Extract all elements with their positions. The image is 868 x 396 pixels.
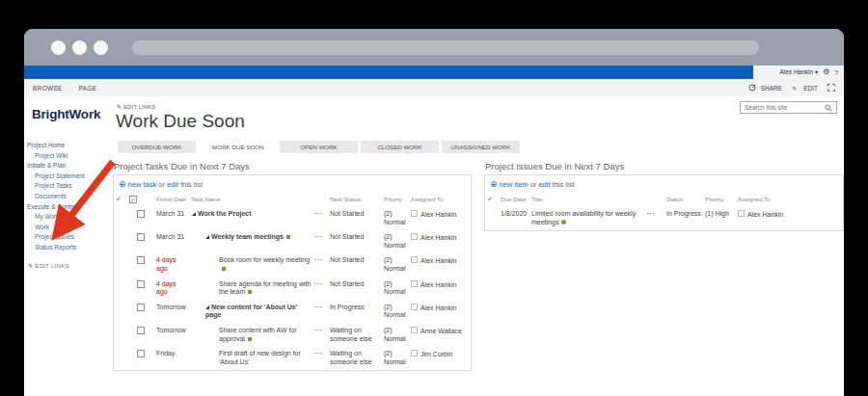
col-task-name[interactable]: Task Name bbox=[189, 196, 314, 203]
new-task-link[interactable]: new task bbox=[128, 180, 157, 189]
row-checkbox[interactable] bbox=[137, 304, 145, 311]
assigned-to-cell: Alex Hankin bbox=[409, 233, 471, 250]
sidebar-item-status-reports[interactable]: Status Reports bbox=[24, 243, 113, 253]
presence-indicator-icon bbox=[411, 256, 418, 263]
task-name-link[interactable]: First draft of new design for 'About Us' bbox=[189, 350, 314, 366]
user-menu[interactable]: Alex Hankin ▾ bbox=[779, 68, 818, 76]
row-select-cell bbox=[127, 304, 154, 320]
window-dot-icon[interactable] bbox=[72, 40, 87, 55]
task-priority: (2) Normal bbox=[382, 327, 409, 343]
sidebar-item-initiate-plan[interactable]: Initiate & Plan bbox=[24, 161, 113, 172]
row-spacer bbox=[114, 233, 127, 250]
assignee-name[interactable]: Jim Corbin bbox=[420, 351, 452, 357]
chevron-down-icon: ▾ bbox=[815, 68, 818, 75]
sidebar-item-project-wiki[interactable]: Project Wiki bbox=[24, 151, 113, 162]
col-task-status[interactable]: Task Status bbox=[328, 196, 382, 203]
col-title[interactable]: Title bbox=[529, 196, 647, 203]
task-name-link[interactable]: Work the Project bbox=[189, 210, 314, 226]
window-dot-icon[interactable] bbox=[51, 40, 66, 55]
issues-toolbar: ⊕new item or edit this list bbox=[485, 175, 843, 192]
row-checkbox[interactable] bbox=[137, 256, 145, 264]
sidebar-item-my-work[interactable]: My Work bbox=[24, 212, 113, 223]
row-checkbox[interactable] bbox=[137, 233, 145, 241]
item-menu-ellipsis-icon[interactable]: ··· bbox=[647, 210, 665, 226]
col-menu[interactable] bbox=[314, 196, 328, 203]
row-checkbox[interactable] bbox=[137, 327, 145, 334]
col-status[interactable]: Status bbox=[665, 196, 703, 203]
window-dot-icon[interactable] bbox=[94, 40, 108, 55]
row-spacer bbox=[485, 210, 499, 226]
gear-icon[interactable]: ⚙ bbox=[823, 68, 829, 76]
tab-open-work[interactable]: OPEN WORK bbox=[280, 141, 358, 153]
edit-button[interactable]: EDIT bbox=[803, 85, 818, 92]
assignee-name[interactable]: Alex Hankin bbox=[420, 281, 456, 288]
sidebar-item-project-issues[interactable]: Project Issues bbox=[24, 232, 113, 243]
task-priority: (2) Normal bbox=[382, 210, 409, 226]
col-menu[interactable] bbox=[647, 196, 665, 203]
edit-list-link[interactable]: edit bbox=[538, 180, 550, 189]
view-tabs: OVERDUE WORKWORK DUE SOONOPEN WORKCLOSED… bbox=[118, 141, 844, 153]
task-row: 4 days agoBook room for weekly meeting··… bbox=[114, 253, 471, 277]
task-name-link[interactable]: Share agenda for meeting with the team bbox=[189, 280, 314, 297]
pencil-icon: ✎ bbox=[792, 85, 797, 92]
item-menu-ellipsis-icon[interactable]: ··· bbox=[314, 327, 328, 343]
tab-work-due-soon[interactable]: WORK DUE SOON bbox=[199, 141, 277, 153]
sidebar-item-project-home[interactable]: Project Home bbox=[24, 141, 113, 151]
edit-list-link[interactable]: edit bbox=[167, 180, 178, 189]
tab-unassigned-work[interactable]: UNASSIGNED WORK bbox=[442, 141, 520, 153]
new-item-link[interactable]: new item bbox=[500, 180, 529, 189]
sidebar-item-project-statement[interactable]: Project Statement bbox=[24, 172, 113, 182]
assignee-name[interactable]: Alex Hankin bbox=[747, 211, 783, 218]
sidebar-item-documents[interactable]: Documents bbox=[24, 192, 113, 202]
focus-mode-icon[interactable] bbox=[827, 84, 835, 92]
col-due-date[interactable]: Due Date bbox=[499, 196, 529, 203]
col-assigned-to[interactable]: Assigned To bbox=[409, 196, 471, 203]
assigned-to-cell: Anne Wallace bbox=[409, 327, 471, 343]
presence-indicator-icon bbox=[738, 210, 745, 217]
item-menu-ellipsis-icon[interactable]: ··· bbox=[314, 210, 328, 226]
address-bar[interactable] bbox=[132, 40, 759, 55]
task-name-link[interactable]: New content for 'About Us' page bbox=[189, 304, 314, 320]
item-menu-ellipsis-icon[interactable]: ··· bbox=[314, 304, 328, 320]
item-menu-ellipsis-icon[interactable]: ··· bbox=[314, 233, 328, 250]
issue-title-link[interactable]: Limited room availability for weekly mee… bbox=[529, 210, 647, 226]
green-status-marker-icon bbox=[561, 220, 566, 224]
col-assigned-to[interactable]: Assigned To bbox=[736, 196, 843, 203]
item-menu-ellipsis-icon[interactable]: ··· bbox=[314, 350, 328, 366]
sidebar-item-work[interactable]: Work bbox=[24, 223, 113, 233]
item-menu-ellipsis-icon[interactable]: ··· bbox=[314, 256, 328, 273]
page-edit-links[interactable]: ✎EDIT LINKS bbox=[117, 103, 844, 110]
col-finish-date[interactable]: Finish Date bbox=[154, 196, 189, 203]
assignee-name[interactable]: Alex Hankin bbox=[420, 211, 456, 218]
task-priority: (2) Normal bbox=[382, 304, 409, 320]
row-checkbox[interactable] bbox=[137, 280, 145, 288]
task-name-link[interactable]: Share content with AW for approval bbox=[189, 327, 314, 343]
col-priority[interactable]: Priority bbox=[703, 196, 736, 203]
task-priority: (2) Normal bbox=[382, 350, 409, 366]
row-checkbox[interactable] bbox=[137, 350, 145, 357]
ribbon-tab-browse[interactable]: BROWSE bbox=[33, 85, 63, 92]
assignee-name[interactable]: Alex Hankin bbox=[420, 234, 456, 241]
task-name-link[interactable]: Book room for weekly meeting bbox=[189, 256, 314, 273]
assignee-name[interactable]: Anne Wallace bbox=[420, 328, 462, 334]
summary-task-triangle-icon bbox=[205, 235, 209, 239]
item-menu-ellipsis-icon[interactable]: ··· bbox=[314, 280, 328, 297]
tab-closed-work[interactable]: CLOSED WORK bbox=[361, 141, 439, 153]
assignee-name[interactable]: Alex Hankin bbox=[420, 304, 456, 311]
row-spacer bbox=[114, 350, 127, 366]
task-status: Waiting on someone else bbox=[328, 350, 382, 366]
row-checkbox[interactable] bbox=[137, 210, 145, 218]
assignee-name[interactable]: Alex Hankin bbox=[420, 257, 456, 264]
tab-overdue-work[interactable]: OVERDUE WORK bbox=[118, 141, 196, 153]
task-name-link[interactable]: Weekly team meetings bbox=[189, 233, 314, 250]
sidebar-item-project-tasks[interactable]: Project Tasks bbox=[24, 181, 113, 192]
sidebar-item-execute-control[interactable]: Execute & Control bbox=[24, 202, 113, 213]
brightwork-logo[interactable]: BrightWork bbox=[32, 107, 113, 121]
select-all-checkbox-icon[interactable]: ✓ bbox=[129, 196, 137, 203]
sidebar-edit-links[interactable]: ✎EDIT LINKS bbox=[28, 262, 113, 269]
task-priority: (2) Normal bbox=[382, 280, 409, 297]
col-priority[interactable]: Priority bbox=[382, 196, 409, 203]
ribbon-tab-page[interactable]: PAGE bbox=[79, 85, 97, 92]
share-button[interactable]: SHARE bbox=[761, 85, 782, 92]
help-icon[interactable]: ? bbox=[834, 69, 838, 76]
